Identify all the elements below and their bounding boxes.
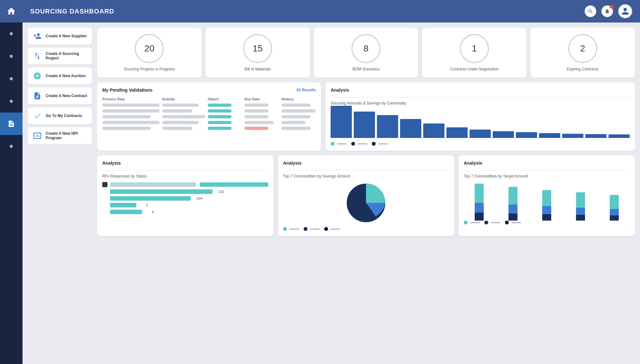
savings-subtitle: Top 7 Commodities by Savings Amount <box>283 174 350 178</box>
top7-savings-card: Analysis Top 7 Commodities by Savings Am… <box>278 155 454 236</box>
table-row[interactable] <box>102 109 316 113</box>
hbar-value-131: 131 <box>215 190 224 194</box>
cell-process-step <box>102 127 151 130</box>
analysis-bar-card: Analysis Sourcing Amounts & Savings by C… <box>325 82 635 151</box>
cell-process-step <box>102 104 160 107</box>
legend-line-2 <box>358 143 367 144</box>
cell-due-date <box>244 109 269 113</box>
legend-item-3 <box>372 142 388 146</box>
bar <box>585 134 607 138</box>
kpi-value-expiring: 2 <box>580 43 585 54</box>
sidebar-item-3[interactable] <box>0 68 23 90</box>
kpi-circle-sourcing: 20 <box>135 34 164 63</box>
my-contracts-button[interactable]: Go To My Contracts <box>28 107 92 124</box>
kpi-contracts-negotiation[interactable]: 1 Contracts Under Negotiation <box>422 28 526 78</box>
cell-process-step <box>102 109 160 113</box>
quick-actions-panel: Create A New Supplier Create A Sourcing … <box>28 28 92 359</box>
kpi-label-expiring: Expiring Contracts <box>567 67 599 71</box>
table-row[interactable] <box>102 104 316 107</box>
create-contract-label: Create A New Contract <box>46 94 87 98</box>
main-area: SOURCING DASHBOARD <box>23 0 640 364</box>
bar <box>446 127 468 138</box>
kpi-expiring-contracts[interactable]: 2 Expiring Contracts <box>530 28 635 78</box>
cell-activity <box>162 127 192 130</box>
search-button[interactable] <box>585 5 596 17</box>
stacked-segment <box>610 215 619 221</box>
home-icon <box>6 6 16 16</box>
rfx-title: Analysis <box>102 160 121 166</box>
create-sourcing-button[interactable]: Create A Sourcing Project <box>28 48 92 64</box>
cell-activity <box>162 104 199 107</box>
divider <box>283 170 449 170</box>
table-row[interactable] <box>102 115 316 118</box>
analysis-bar-subtitle: Sourcing Amounts & Savings by Commodity <box>331 101 406 105</box>
notifications-button[interactable] <box>601 5 613 17</box>
pending-card-header: My Pending Validations 63 Results <box>102 87 316 93</box>
sidebar-item-2[interactable] <box>0 45 23 68</box>
legend-dot-3 <box>372 142 376 146</box>
legend-line-s2 <box>310 229 320 230</box>
sidebar <box>0 0 23 364</box>
sidebar-item-active[interactable] <box>0 113 23 135</box>
cell-object <box>208 109 232 113</box>
legend-dot-2 <box>351 142 355 146</box>
legend-item-1 <box>331 142 347 146</box>
savings-header: Analysis <box>283 160 449 166</box>
legend-dot-s2 <box>304 227 307 231</box>
col-object: Object <box>208 97 242 101</box>
legend-line-s3 <box>331 229 340 230</box>
sidebar-item-1[interactable] <box>0 23 23 45</box>
create-sourcing-label: Create A Sourcing Project <box>46 51 87 60</box>
table-row[interactable] <box>102 121 316 124</box>
create-auction-button[interactable]: Create A New Auction <box>28 68 92 84</box>
cell-history <box>281 127 311 130</box>
sidebar-item-4[interactable] <box>0 90 23 113</box>
target-header: Analysis <box>464 160 630 166</box>
sidebar-home-button[interactable] <box>0 0 23 23</box>
bell-icon <box>604 8 610 14</box>
hbar-full <box>110 182 196 187</box>
stacked-segment <box>610 209 619 215</box>
stacked-bar-group <box>498 187 529 221</box>
pending-title: My Pending Validations <box>102 87 152 93</box>
npi-program-button[interactable]: Create A New NPI Program <box>28 127 92 144</box>
stacked-bar-chart <box>464 179 630 221</box>
legend-dot-t1 <box>464 221 468 224</box>
header-actions <box>585 4 632 18</box>
sidebar-item-6[interactable] <box>0 135 23 158</box>
kpi-bom-scenarios[interactable]: 8 BOM Scenarios <box>314 28 418 78</box>
analysis-bar-title: Analysis <box>331 87 349 93</box>
col-activity: Activity <box>162 97 205 101</box>
hbar-teal-4 <box>110 203 136 207</box>
rfx-subtitle: RFx Responses by Status <box>102 174 147 178</box>
user-avatar-button[interactable] <box>618 4 632 18</box>
cell-process-step <box>102 115 151 118</box>
create-supplier-button[interactable]: Create A New Supplier <box>28 28 92 44</box>
kpi-label-contracts-negotiation: Contracts Under Negotiation <box>450 67 498 71</box>
plus-circle-icon <box>32 71 42 81</box>
kpi-circle-bom-scenarios: 8 <box>352 34 380 63</box>
rfx-bars-container: 131 104 2 <box>102 182 268 214</box>
stacked-segment <box>475 203 484 213</box>
target-subtitle: Top 7 Commodities by Target Amount <box>464 174 528 178</box>
avatar-icon <box>621 7 629 15</box>
header: SOURCING DASHBOARD <box>23 0 640 23</box>
analysis-bar-header: Analysis <box>331 87 630 93</box>
table-row[interactable] <box>102 127 316 130</box>
legend-item-s2 <box>304 227 320 231</box>
legend-dot-1 <box>331 142 334 146</box>
stacked-bar-group <box>464 184 495 221</box>
kpi-row: 20 Sourcing Projects in Progress 15 Bill… <box>97 28 635 78</box>
kpi-sourcing-projects[interactable]: 20 Sourcing Projects in Progress <box>97 28 202 78</box>
cell-activity <box>162 121 199 124</box>
cell-activity <box>162 109 192 113</box>
kpi-value-sourcing: 20 <box>144 43 154 54</box>
col-process-step: Process Step <box>102 97 160 101</box>
create-contract-button[interactable]: Create A New Contract <box>28 87 92 104</box>
legend-line-3 <box>378 143 388 144</box>
kpi-bom[interactable]: 15 Bill of Materials <box>206 28 310 78</box>
stacked-segment <box>508 205 517 214</box>
bar-icon <box>102 182 107 187</box>
stacked-bar-group <box>531 190 562 221</box>
middle-row: My Pending Validations 63 Results Proces… <box>97 82 635 151</box>
